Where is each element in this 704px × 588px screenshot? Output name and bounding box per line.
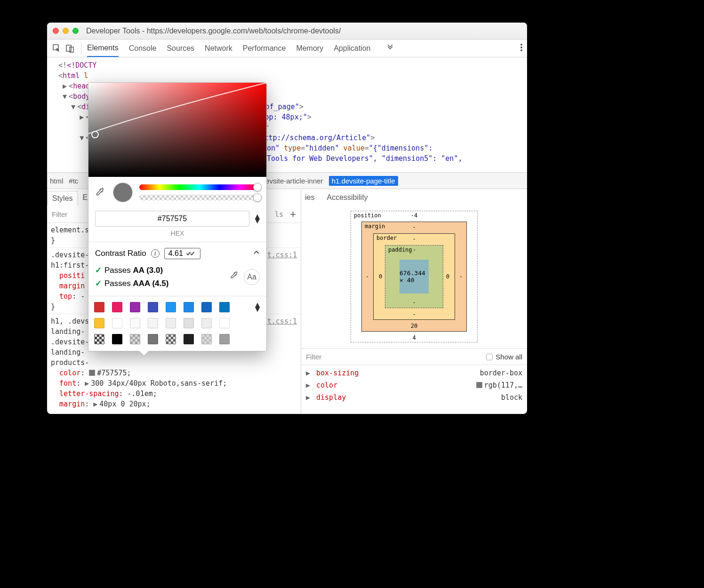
hue-slider[interactable]	[139, 184, 260, 190]
css-prop[interactable]: margin	[59, 282, 85, 290]
selector: h1:first-	[51, 261, 89, 270]
device-toolbar-icon[interactable]	[65, 43, 75, 54]
box-model-diagram[interactable]: position -4 4 margin - 20 - - border - -	[351, 211, 478, 342]
bc-html[interactable]: html	[50, 177, 63, 185]
palette-swatch[interactable]	[219, 334, 230, 344]
minimize-window-button[interactable]	[63, 28, 69, 34]
css-prop[interactable]: margin	[59, 400, 85, 408]
styles-filter-input[interactable]: Filter	[52, 210, 67, 218]
computed-filter-input[interactable]: Filter	[306, 353, 321, 361]
palette-swatch[interactable]	[201, 334, 212, 344]
css-prop[interactable]: letter-spacing	[59, 389, 119, 398]
tab-application[interactable]: Application	[334, 40, 370, 57]
kebab-menu-icon[interactable]	[520, 44, 522, 53]
color-saturation-field[interactable]	[88, 83, 266, 177]
palette-swatch[interactable]	[130, 318, 140, 328]
show-all-toggle[interactable]: Show all	[486, 353, 522, 361]
tab-properties[interactable]: ies	[305, 193, 314, 202]
color-swatch[interactable]	[89, 370, 95, 376]
tab-memory[interactable]: Memory	[296, 40, 323, 57]
palette-swatch[interactable]	[219, 302, 230, 312]
checkbox-icon[interactable]	[486, 354, 493, 360]
palette-swatch[interactable]	[112, 302, 122, 312]
palette-swatch[interactable]	[184, 334, 194, 344]
palette-swatches: ▲▼	[88, 296, 266, 351]
check-icon: ✓	[95, 279, 102, 288]
bc-item[interactable]: #tc	[69, 177, 78, 185]
palette-swatch[interactable]	[219, 318, 230, 328]
svg-point-4	[520, 47, 522, 48]
palette-swatch[interactable]	[130, 334, 140, 344]
palette-swatch[interactable]	[94, 318, 104, 328]
box-content: 676.344 × 40	[400, 260, 429, 294]
slider-thumb[interactable]	[253, 183, 262, 191]
palette-swatch[interactable]	[94, 302, 104, 312]
palette-swatch[interactable]	[94, 334, 104, 344]
palette-swatch[interactable]	[201, 318, 212, 328]
hex-input[interactable]	[95, 211, 249, 227]
css-prop[interactable]: font	[59, 379, 76, 388]
palette-swatch[interactable]	[148, 302, 158, 312]
palette-swatch[interactable]	[201, 302, 212, 312]
bg-eyedropper-icon[interactable]	[230, 270, 239, 284]
box-margin: margin - 20 - - border - - padding- 0	[361, 222, 467, 332]
picker-cursor[interactable]	[91, 131, 99, 138]
double-check-icon	[186, 250, 196, 257]
slider-thumb[interactable]	[253, 193, 262, 202]
selector: h1, .devs	[51, 317, 89, 326]
source-link[interactable]: t.css:1	[267, 316, 297, 326]
palette-swatch[interactable]	[148, 318, 158, 328]
selector: products-	[51, 358, 89, 367]
ratio-value: 4.61	[168, 249, 183, 258]
tab-network[interactable]: Network	[205, 40, 232, 57]
computed-row[interactable]: ▶ displayblock	[306, 391, 522, 404]
tab-elements[interactable]: Elements	[87, 40, 119, 57]
css-prop[interactable]: positi	[59, 271, 85, 280]
css-value[interactable]: 300 34px/40px Roboto,sans-serif	[91, 379, 223, 388]
format-toggle-icon[interactable]: ▲▼	[253, 215, 260, 223]
window-controls	[53, 28, 79, 34]
svg-rect-1	[66, 45, 71, 51]
tab-console[interactable]: Console	[129, 40, 157, 57]
tab-accessibility[interactable]: Accessibility	[327, 193, 368, 202]
css-value[interactable]: 40px 0 20px	[99, 400, 146, 408]
zoom-window-button[interactable]	[72, 28, 79, 34]
palette-swatch[interactable]	[184, 318, 194, 328]
palette-swatch[interactable]	[166, 334, 176, 344]
collapse-icon[interactable]	[253, 249, 260, 258]
source-link[interactable]: t.css:1	[267, 250, 297, 260]
new-rule-button[interactable]: +	[290, 208, 296, 221]
palette-switcher-icon[interactable]: ▲▼	[253, 303, 262, 311]
tab-styles[interactable]: Styles	[47, 191, 78, 206]
close-window-button[interactable]	[53, 28, 59, 34]
palette-swatch[interactable]	[130, 302, 140, 312]
eyedropper-icon[interactable]	[95, 187, 106, 198]
info-icon[interactable]: i	[151, 249, 160, 258]
computed-row[interactable]: ▶ colorrgb(117,…	[306, 379, 522, 391]
alpha-slider[interactable]	[139, 195, 260, 200]
text-preview-button[interactable]: Aa	[244, 269, 260, 285]
inspect-element-icon[interactable]	[52, 43, 62, 54]
box-border: border - - padding- 0 0 - 676.344 × 40	[373, 233, 455, 320]
hover-label[interactable]: ls	[275, 210, 283, 219]
palette-swatch[interactable]	[112, 334, 122, 344]
computed-row[interactable]: ▶ box-sizingborder-box	[306, 367, 522, 379]
palette-swatch[interactable]	[148, 334, 158, 344]
css-prop[interactable]: top	[59, 292, 72, 301]
color-preview-circle	[113, 183, 133, 202]
css-value[interactable]: -.01em	[128, 389, 153, 398]
contrast-ratio-label: Contrast Ratio	[95, 249, 146, 258]
tab-performance[interactable]: Performance	[243, 40, 286, 57]
contrast-section: Contrast Ratio i 4.61 ✓P	[88, 242, 266, 296]
bc-item-active[interactable]: h1.devsite-page-title	[329, 176, 398, 186]
css-prop[interactable]: color	[59, 369, 80, 377]
tabs-overflow-icon[interactable]	[386, 44, 394, 53]
check-icon: ✓	[95, 266, 102, 275]
palette-swatch[interactable]	[166, 302, 176, 312]
palette-swatch[interactable]	[166, 318, 176, 328]
selector: landing-	[51, 348, 85, 357]
css-value[interactable]: #757575	[97, 369, 127, 377]
palette-swatch[interactable]	[112, 318, 122, 328]
tab-sources[interactable]: Sources	[167, 40, 194, 57]
palette-swatch[interactable]	[184, 302, 194, 312]
